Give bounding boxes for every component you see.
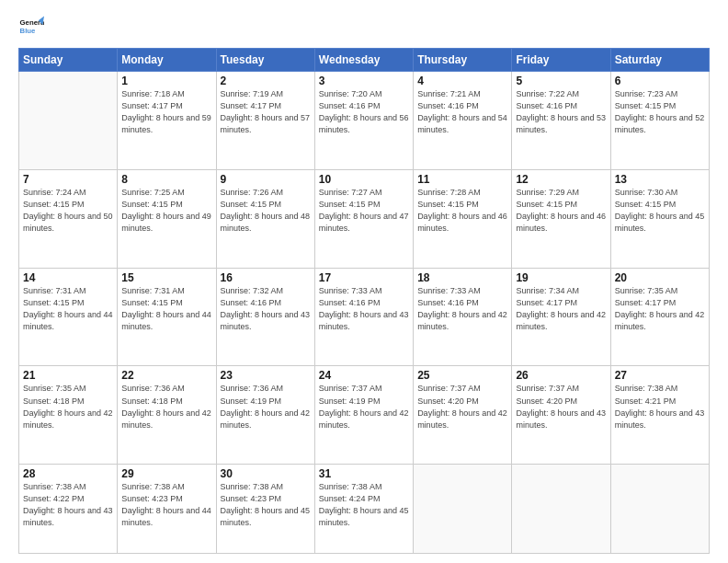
- calendar-cell: [512, 465, 610, 554]
- calendar-cell: 7Sunrise: 7:24 AMSunset: 4:15 PMDaylight…: [19, 169, 118, 268]
- day-number: 17: [319, 271, 409, 284]
- day-number: 25: [417, 369, 507, 382]
- calendar-cell: 25Sunrise: 7:37 AMSunset: 4:20 PMDayligh…: [414, 366, 512, 465]
- calendar-cell: 28Sunrise: 7:38 AMSunset: 4:22 PMDayligh…: [19, 465, 118, 554]
- calendar-cell: 14Sunrise: 7:31 AMSunset: 4:15 PMDayligh…: [19, 268, 118, 366]
- day-number: 20: [615, 271, 705, 284]
- day-number: 27: [615, 369, 705, 382]
- calendar-cell: 21Sunrise: 7:35 AMSunset: 4:18 PMDayligh…: [19, 366, 118, 465]
- calendar-cell: 13Sunrise: 7:30 AMSunset: 4:15 PMDayligh…: [610, 169, 709, 268]
- calendar-cell: 3Sunrise: 7:20 AMSunset: 4:16 PMDaylight…: [314, 72, 413, 170]
- day-info: Sunrise: 7:36 AMSunset: 4:18 PMDaylight:…: [121, 383, 211, 431]
- day-info: Sunrise: 7:28 AMSunset: 4:15 PMDaylight:…: [417, 187, 507, 235]
- day-number: 10: [319, 173, 409, 186]
- day-info: Sunrise: 7:18 AMSunset: 4:17 PMDaylight:…: [121, 88, 211, 136]
- day-info: Sunrise: 7:30 AMSunset: 4:15 PMDaylight:…: [615, 187, 705, 235]
- day-info: Sunrise: 7:20 AMSunset: 4:16 PMDaylight:…: [319, 88, 409, 136]
- day-number: 8: [121, 173, 211, 186]
- day-info: Sunrise: 7:34 AMSunset: 4:17 PMDaylight:…: [516, 285, 606, 333]
- day-info: Sunrise: 7:31 AMSunset: 4:15 PMDaylight:…: [121, 285, 211, 333]
- day-number: 30: [221, 467, 311, 480]
- calendar-cell: [414, 465, 512, 554]
- calendar-cell: 1Sunrise: 7:18 AMSunset: 4:17 PMDaylight…: [118, 72, 216, 170]
- day-info: Sunrise: 7:26 AMSunset: 4:15 PMDaylight:…: [221, 187, 311, 235]
- calendar-cell: 24Sunrise: 7:37 AMSunset: 4:19 PMDayligh…: [314, 366, 413, 465]
- day-number: 24: [319, 369, 409, 382]
- day-number: 23: [221, 369, 311, 382]
- calendar-week-5: 28Sunrise: 7:38 AMSunset: 4:22 PMDayligh…: [19, 465, 710, 554]
- calendar-cell: 15Sunrise: 7:31 AMSunset: 4:15 PMDayligh…: [118, 268, 216, 366]
- weekday-header-saturday: Saturday: [610, 49, 709, 72]
- calendar-cell: 8Sunrise: 7:25 AMSunset: 4:15 PMDaylight…: [118, 169, 216, 268]
- day-info: Sunrise: 7:22 AMSunset: 4:16 PMDaylight:…: [516, 88, 606, 136]
- day-info: Sunrise: 7:38 AMSunset: 4:21 PMDaylight:…: [615, 383, 705, 431]
- calendar-cell: 19Sunrise: 7:34 AMSunset: 4:17 PMDayligh…: [512, 268, 610, 366]
- calendar-week-2: 7Sunrise: 7:24 AMSunset: 4:15 PMDaylight…: [19, 169, 710, 268]
- calendar-cell: 4Sunrise: 7:21 AMSunset: 4:16 PMDaylight…: [414, 72, 512, 170]
- calendar-cell: 11Sunrise: 7:28 AMSunset: 4:15 PMDayligh…: [414, 169, 512, 268]
- calendar-header-row: SundayMondayTuesdayWednesdayThursdayFrid…: [19, 49, 710, 72]
- day-number: 26: [516, 369, 606, 382]
- header: General Blue: [18, 15, 710, 40]
- calendar-cell: 31Sunrise: 7:38 AMSunset: 4:24 PMDayligh…: [314, 465, 413, 554]
- calendar-cell: 20Sunrise: 7:35 AMSunset: 4:17 PMDayligh…: [610, 268, 709, 366]
- calendar-cell: 22Sunrise: 7:36 AMSunset: 4:18 PMDayligh…: [118, 366, 216, 465]
- calendar-cell: 26Sunrise: 7:37 AMSunset: 4:20 PMDayligh…: [512, 366, 610, 465]
- day-number: 9: [221, 173, 311, 186]
- calendar-week-3: 14Sunrise: 7:31 AMSunset: 4:15 PMDayligh…: [19, 268, 710, 366]
- svg-text:Blue: Blue: [20, 27, 37, 35]
- day-info: Sunrise: 7:24 AMSunset: 4:15 PMDaylight:…: [23, 187, 113, 235]
- day-info: Sunrise: 7:35 AMSunset: 4:17 PMDaylight:…: [615, 285, 705, 333]
- day-info: Sunrise: 7:38 AMSunset: 4:22 PMDaylight:…: [23, 481, 113, 529]
- day-number: 1: [121, 75, 211, 87]
- weekday-header-sunday: Sunday: [19, 49, 118, 72]
- calendar-cell: 6Sunrise: 7:23 AMSunset: 4:15 PMDaylight…: [610, 72, 709, 170]
- day-info: Sunrise: 7:19 AMSunset: 4:17 PMDaylight:…: [221, 88, 311, 136]
- day-number: 19: [516, 271, 606, 284]
- calendar-cell: 29Sunrise: 7:38 AMSunset: 4:23 PMDayligh…: [118, 465, 216, 554]
- calendar-cell: 9Sunrise: 7:26 AMSunset: 4:15 PMDaylight…: [216, 169, 314, 268]
- day-info: Sunrise: 7:33 AMSunset: 4:16 PMDaylight:…: [319, 285, 409, 333]
- day-info: Sunrise: 7:25 AMSunset: 4:15 PMDaylight:…: [121, 187, 211, 235]
- weekday-header-friday: Friday: [512, 49, 610, 72]
- day-number: 6: [615, 75, 705, 87]
- day-info: Sunrise: 7:37 AMSunset: 4:20 PMDaylight:…: [417, 383, 507, 431]
- calendar-table: SundayMondayTuesdayWednesdayThursdayFrid…: [18, 48, 710, 554]
- day-number: 13: [615, 173, 705, 186]
- logo-icon: General Blue: [18, 15, 44, 40]
- day-number: 7: [23, 173, 113, 186]
- calendar-cell: [19, 72, 118, 170]
- calendar-cell: [610, 465, 709, 554]
- day-info: Sunrise: 7:35 AMSunset: 4:18 PMDaylight:…: [23, 383, 113, 431]
- day-info: Sunrise: 7:37 AMSunset: 4:20 PMDaylight:…: [516, 383, 606, 431]
- calendar-cell: 27Sunrise: 7:38 AMSunset: 4:21 PMDayligh…: [610, 366, 709, 465]
- day-number: 22: [121, 369, 211, 382]
- weekday-header-wednesday: Wednesday: [314, 49, 413, 72]
- day-number: 12: [516, 173, 606, 186]
- calendar-week-4: 21Sunrise: 7:35 AMSunset: 4:18 PMDayligh…: [19, 366, 710, 465]
- day-info: Sunrise: 7:38 AMSunset: 4:23 PMDaylight:…: [121, 481, 211, 529]
- day-info: Sunrise: 7:33 AMSunset: 4:16 PMDaylight:…: [417, 285, 507, 333]
- day-number: 2: [221, 75, 311, 87]
- calendar-cell: 2Sunrise: 7:19 AMSunset: 4:17 PMDaylight…: [216, 72, 314, 170]
- day-info: Sunrise: 7:23 AMSunset: 4:15 PMDaylight:…: [615, 88, 705, 136]
- day-info: Sunrise: 7:31 AMSunset: 4:15 PMDaylight:…: [23, 285, 113, 333]
- calendar-cell: 16Sunrise: 7:32 AMSunset: 4:16 PMDayligh…: [216, 268, 314, 366]
- day-number: 29: [121, 467, 211, 480]
- day-number: 21: [23, 369, 113, 382]
- calendar-week-1: 1Sunrise: 7:18 AMSunset: 4:17 PMDaylight…: [19, 72, 710, 170]
- day-number: 14: [23, 271, 113, 284]
- day-number: 16: [221, 271, 311, 284]
- day-number: 28: [23, 467, 113, 480]
- day-info: Sunrise: 7:21 AMSunset: 4:16 PMDaylight:…: [417, 88, 507, 136]
- day-info: Sunrise: 7:38 AMSunset: 4:24 PMDaylight:…: [319, 481, 409, 529]
- calendar-cell: 18Sunrise: 7:33 AMSunset: 4:16 PMDayligh…: [414, 268, 512, 366]
- logo: General Blue: [18, 15, 44, 40]
- page: General Blue SundayMondayTuesdayWednesda…: [0, 0, 728, 563]
- day-info: Sunrise: 7:36 AMSunset: 4:19 PMDaylight:…: [221, 383, 311, 431]
- calendar-cell: 23Sunrise: 7:36 AMSunset: 4:19 PMDayligh…: [216, 366, 314, 465]
- day-number: 11: [417, 173, 507, 186]
- calendar-cell: 10Sunrise: 7:27 AMSunset: 4:15 PMDayligh…: [314, 169, 413, 268]
- calendar-cell: 30Sunrise: 7:38 AMSunset: 4:23 PMDayligh…: [216, 465, 314, 554]
- calendar-cell: 17Sunrise: 7:33 AMSunset: 4:16 PMDayligh…: [314, 268, 413, 366]
